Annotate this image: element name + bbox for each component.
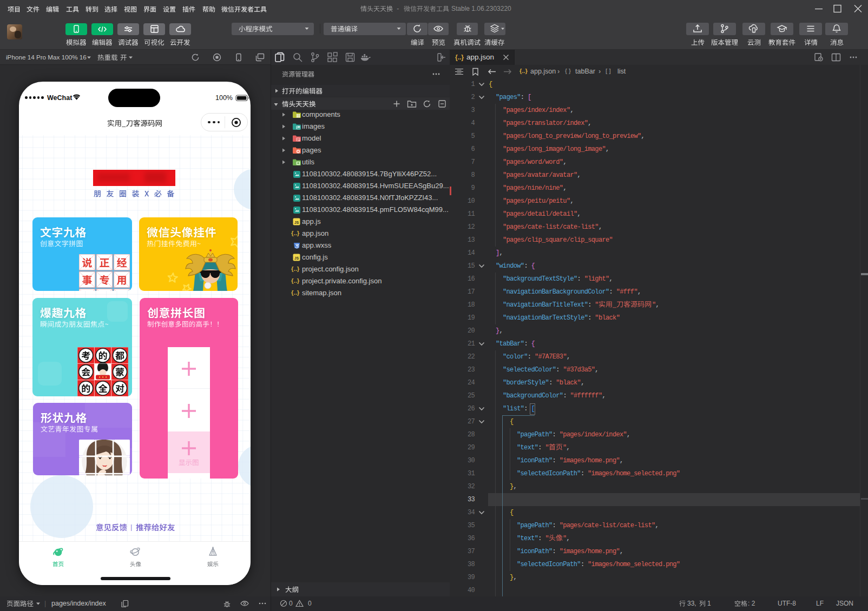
svg-text:JS: JS bbox=[294, 221, 299, 224]
svg-text:JS: JS bbox=[294, 256, 299, 260]
